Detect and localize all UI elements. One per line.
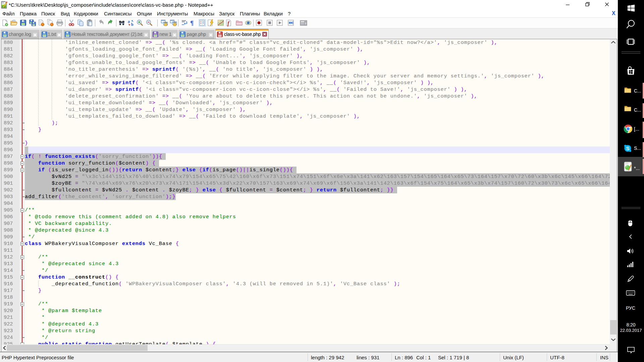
svg-text:a: a — [128, 19, 130, 24]
svg-text:¶: ¶ — [190, 19, 194, 26]
svg-text:S: S — [626, 145, 629, 151]
svg-text:b: b — [131, 22, 133, 26]
